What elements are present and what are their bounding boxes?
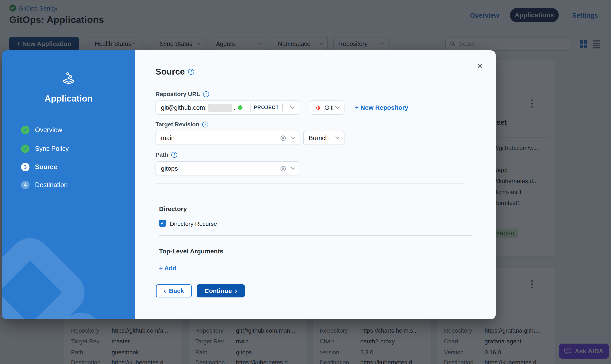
- info-icon[interactable]: i: [203, 91, 209, 97]
- target-revision-label: Target Revision i: [156, 121, 208, 128]
- connected-status-dot: [238, 105, 243, 110]
- application-wizard-modal: Application ✓ Overview ✓ Sync Policy 3 S…: [2, 50, 496, 319]
- close-icon[interactable]: ✕: [476, 62, 483, 70]
- step-overview[interactable]: ✓ Overview: [21, 126, 62, 134]
- clear-icon[interactable]: ⊗: [280, 165, 286, 172]
- info-icon[interactable]: i: [188, 69, 194, 75]
- check-icon: ✓: [161, 220, 165, 226]
- directory-recurse-label[interactable]: Directory Recurse: [170, 221, 217, 227]
- info-icon[interactable]: i: [171, 152, 177, 158]
- step-source[interactable]: 3 Source: [21, 163, 57, 171]
- add-argument-link[interactable]: + Add: [159, 265, 177, 272]
- section-divider: [156, 183, 465, 183]
- repository-url-label: Repository URL i: [156, 91, 209, 98]
- chevron-left-icon: ‹: [164, 287, 166, 294]
- section-divider: [159, 235, 471, 236]
- source-step-panel: ✕ Source i Repository URL i git@github.c…: [135, 50, 496, 319]
- step-number: 4: [21, 181, 29, 189]
- harness-watermark: [2, 229, 93, 319]
- chevron-down-icon: [335, 135, 340, 139]
- directory-recurse-checkbox[interactable]: ✓: [159, 220, 166, 227]
- step-number: 3: [21, 163, 29, 171]
- directory-heading: Directory: [159, 205, 187, 213]
- revision-type-select[interactable]: Branch: [303, 131, 344, 145]
- path-label: Path i: [156, 151, 177, 158]
- target-revision-input[interactable]: [156, 131, 299, 145]
- redacted-text: [208, 104, 232, 112]
- continue-button[interactable]: Continue ›: [197, 284, 245, 298]
- chevron-right-icon: ›: [235, 287, 237, 294]
- panel-title-row: Source i: [156, 67, 194, 77]
- back-button[interactable]: ‹ Back: [156, 284, 192, 298]
- top-level-arguments-heading: Top-Level Arguments: [159, 248, 223, 255]
- wizard-title: Application: [2, 93, 135, 104]
- new-repository-link[interactable]: + New Repository: [355, 104, 408, 111]
- panel-title: Source: [156, 67, 185, 77]
- step-sync-policy[interactable]: ✓ Sync Policy: [21, 144, 69, 153]
- application-icon: [2, 71, 135, 86]
- check-icon: ✓: [21, 144, 29, 153]
- wizard-sidebar: Application ✓ Overview ✓ Sync Policy 3 S…: [2, 50, 135, 319]
- clear-icon[interactable]: ⊗: [280, 134, 286, 142]
- chevron-down-icon[interactable]: [290, 104, 295, 109]
- gitops-applications-page: ∞ GitOps Sanity › GitOps: Applications O…: [0, 0, 611, 364]
- repository-url-field[interactable]: git@github.com: . PROJECT: [156, 101, 299, 115]
- repo-type-select[interactable]: Git: [310, 101, 344, 115]
- path-input[interactable]: [156, 161, 299, 175]
- git-icon: [315, 104, 321, 111]
- chevron-down-icon: [335, 104, 340, 109]
- project-scope-tag: PROJECT: [250, 103, 283, 112]
- check-icon: ✓: [21, 126, 29, 134]
- info-icon[interactable]: i: [202, 122, 208, 128]
- step-destination[interactable]: 4 Destination: [21, 181, 68, 189]
